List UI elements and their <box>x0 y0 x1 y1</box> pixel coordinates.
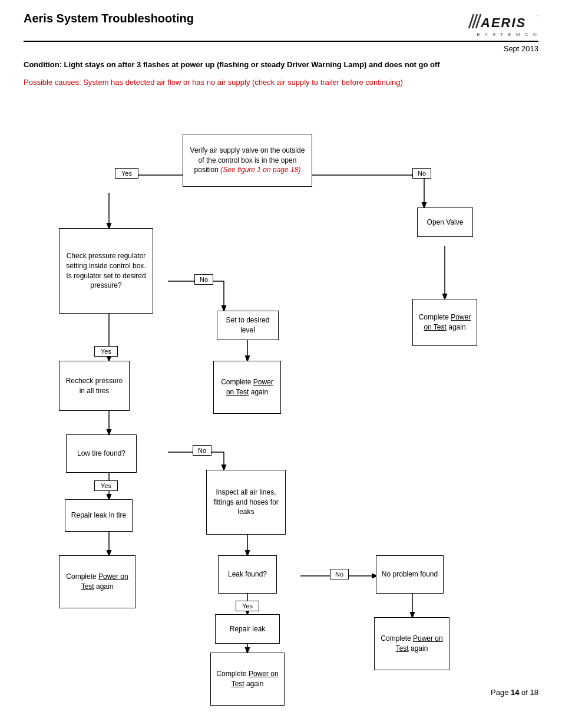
yes-label-3: Yes <box>94 480 118 491</box>
page-total: 18 <box>530 688 538 697</box>
repair-tire-box: Repair leak in tire <box>65 499 133 532</box>
no-label-4: No <box>330 569 349 579</box>
verify-air-supply-box: Verify air supply valve on the outside o… <box>183 134 312 187</box>
leak-found-box: Leak found? <box>218 555 277 594</box>
complete-pot-1-box: Complete Power on Test again <box>213 361 281 414</box>
no-label-1: No <box>412 168 431 179</box>
low-tire-box: Low tire found? <box>66 434 137 473</box>
page-header: Aeris System Troubleshooting AERIS ™ B Y… <box>24 12 538 42</box>
flowchart: Verify air supply valve on the outside o… <box>24 98 542 676</box>
condition-text: Condition: Light stays on after 3 flashe… <box>24 59 538 71</box>
inspect-lines-box: Inspect all air lines, fittings and hose… <box>206 470 286 535</box>
check-pressure-reg-box: Check pressure regulator setting inside … <box>59 228 153 314</box>
yes-label-1: Yes <box>115 168 138 179</box>
recheck-pressure-box: Recheck pressure in all tires <box>59 361 130 411</box>
complete-pot-5-box: Complete Power on Test again <box>374 617 449 670</box>
complete-pot-4-box: Complete Power on Test again <box>210 653 285 706</box>
page-number: 14 <box>511 688 519 697</box>
no-label-3: No <box>193 445 211 456</box>
logo-subtitle: B Y S T E M C O <box>477 32 538 37</box>
repair-leak-box: Repair leak <box>215 614 280 644</box>
set-desired-box: Set to desired level <box>217 311 279 340</box>
no-problem-box: No problem found <box>376 555 444 594</box>
svg-text:AERIS: AERIS <box>480 15 526 30</box>
possible-causes-text: Possible causes: System has detected air… <box>24 77 538 88</box>
no-label-2: No <box>194 274 213 285</box>
logo-graphic: AERIS ™ <box>468 12 538 34</box>
svg-text:™: ™ <box>536 14 538 18</box>
yes-label-4: Yes <box>236 601 259 611</box>
yes-label-2: Yes <box>94 346 118 357</box>
open-valve-box: Open Valve <box>417 207 473 237</box>
date-line: Sept 2013 <box>24 44 538 53</box>
complete-pot-2-box: Complete Power on Test again <box>412 299 477 346</box>
page-title: Aeris System Troubleshooting <box>24 12 194 25</box>
complete-pot-3-box: Complete Power on Test again <box>59 555 135 608</box>
logo: AERIS ™ B Y S T E M C O <box>468 12 538 37</box>
